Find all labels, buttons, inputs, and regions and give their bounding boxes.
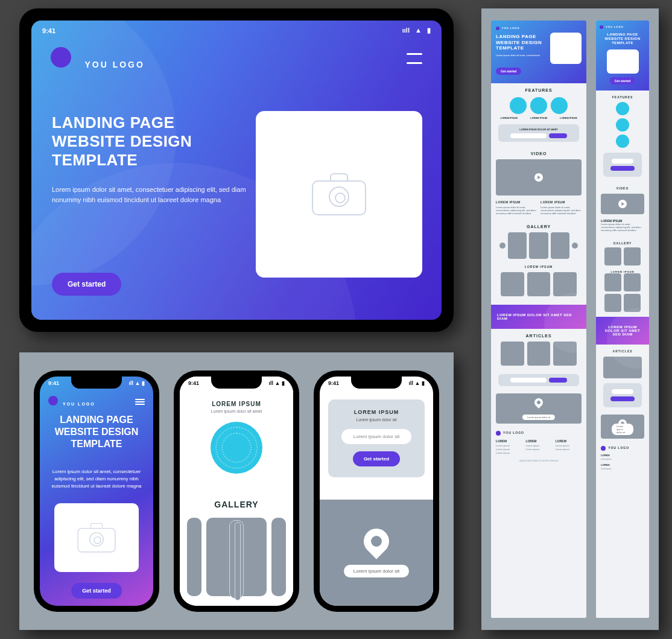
- text-input[interactable]: [510, 378, 547, 383]
- section-title: VIDEO: [496, 151, 582, 156]
- feature-column: [601, 102, 644, 148]
- footer-col: LOREMLorem ipsumLorem ipsumLorem ipsum: [496, 439, 522, 455]
- map-pin-icon: [358, 523, 394, 559]
- submit-button[interactable]: [610, 166, 635, 171]
- thumb-row: [601, 273, 644, 291]
- gallery-thumb[interactable]: [508, 232, 527, 259]
- submit-button[interactable]: [610, 396, 635, 401]
- submit-button[interactable]: [549, 378, 567, 383]
- gallery-thumb[interactable]: [529, 232, 548, 259]
- hero-copy: LANDING PAGE WEBSITE DESIGN TEMPLATE Lor…: [52, 113, 251, 206]
- address-chip: Lorem ipsum dolor sit: [612, 424, 633, 435]
- phone-frame-2: 9:41 ıll ▲ ▮ LOREM IPSUM Lorem ipsum dol…: [174, 370, 299, 612]
- signal-icon: ııll: [402, 27, 410, 34]
- logo[interactable]: YOU LOGO: [496, 27, 582, 30]
- gallery-section: GALLERY LOREM IPSUM: [491, 220, 586, 305]
- gallery-row: [601, 247, 644, 265]
- address-chip: Lorem ipsum dolor sit: [522, 415, 555, 420]
- heading: LOREM IPSUM: [540, 200, 582, 204]
- gallery-thumb[interactable]: [206, 518, 267, 596]
- feature-row: [496, 97, 582, 114]
- header: YOU LOGO: [48, 396, 145, 408]
- heading: LOREM: [556, 439, 582, 443]
- card-title: LOREM IPSUM: [337, 409, 416, 415]
- submit-button[interactable]: [549, 133, 567, 138]
- thumb[interactable]: [501, 272, 524, 296]
- gallery-thumb[interactable]: [551, 232, 569, 259]
- footer-columns: LOREMLorem ipsumLorem ipsumLorem ipsum L…: [496, 439, 582, 455]
- logo-icon: [48, 396, 58, 405]
- hero-body: Lorem ipsum dolor sit amet, consectetuer: [496, 54, 543, 57]
- logo[interactable]: YOU LOGO: [48, 396, 95, 408]
- thumb[interactable]: [604, 273, 621, 291]
- status-time: 9:41: [188, 380, 199, 386]
- video-section: VIDEO: [491, 147, 586, 196]
- link[interactable]: Lorem ipsum: [496, 448, 522, 451]
- article-card[interactable]: [501, 342, 524, 366]
- thumb[interactable]: [604, 294, 621, 312]
- get-started-button[interactable]: Get started: [496, 68, 521, 75]
- status-icons: ııll ▲ ▮: [399, 27, 431, 34]
- next-button[interactable]: [572, 243, 578, 249]
- menu-icon[interactable]: [407, 53, 422, 64]
- cta-band[interactable]: LOREM IPSUM DOLOR SIT AMET SED DIAM: [491, 305, 586, 329]
- text-input[interactable]: [510, 133, 547, 138]
- map-section[interactable]: Lorem ipsum dolor sit: [320, 500, 433, 606]
- thumb[interactable]: [527, 272, 551, 296]
- video-player[interactable]: [601, 194, 644, 214]
- link[interactable]: Lorem ipsum: [556, 444, 582, 447]
- text-input[interactable]: Lorem ipsum dolor sit: [341, 429, 411, 444]
- features-section: FEATURES LOREM IPSUMLOREM IPSUMLOREM IPS…: [491, 83, 586, 147]
- map-section[interactable]: Lorem ipsum dolor sit: [496, 393, 582, 424]
- article-card[interactable]: [527, 342, 551, 366]
- video-player[interactable]: [496, 159, 582, 196]
- image-placeholder: [54, 503, 139, 572]
- menu-icon[interactable]: [135, 398, 145, 406]
- prev-button[interactable]: [499, 243, 506, 249]
- hero-title: LANDING PAGE WEBSITE DESIGN TEMPLATE: [49, 414, 144, 450]
- logo[interactable]: YOU LOGO: [496, 431, 582, 436]
- gallery-thumb[interactable]: [271, 518, 286, 596]
- logo-text: YOU LOGO: [84, 60, 144, 69]
- link[interactable]: Lorem ipsum: [601, 458, 611, 460]
- cta-band[interactable]: LOREM IPSUM DOLOR SIT AMET SED DIAM: [596, 317, 649, 345]
- get-started-button[interactable]: Get started: [52, 273, 121, 296]
- link[interactable]: Lorem ipsum: [496, 451, 522, 454]
- logo[interactable]: YOU LOGO: [51, 47, 145, 70]
- label: LOREM IPSUM: [556, 116, 582, 119]
- logo[interactable]: YOU LOGO: [600, 25, 645, 29]
- thumb[interactable]: [624, 247, 641, 265]
- gallery-section: GALLERY LOREM IPSUM: [596, 237, 649, 317]
- get-started-button[interactable]: Get started: [610, 77, 635, 84]
- text-input[interactable]: [612, 159, 633, 164]
- signup-bar: [498, 374, 579, 386]
- phone-frame-1: 9:41 ıll ▲ ▮ YOU LOGO LANDING PAGE WEBSI…: [34, 370, 159, 612]
- copyright: LANDING PAGE WEBSITE DESIGN TEMPLATE: [496, 460, 582, 462]
- logo[interactable]: YOU LOGO: [601, 446, 644, 451]
- card-subtitle: Lorem ipsum dolor sit: [337, 418, 416, 422]
- gallery-carousel: [180, 509, 293, 596]
- signup-card: LOREM IPSUM Lorem ipsum dolor sit Lorem …: [328, 399, 425, 477]
- phone-screen-features: 9:41 ıll ▲ ▮ LOREM IPSUM Lorem ipsum dol…: [180, 377, 293, 606]
- hero-section: YOU LOGO LANDING PAGE WEBSITE DESIGN TEM…: [491, 21, 586, 83]
- status-bar: 9:41 ıll ▲ ▮: [48, 380, 145, 386]
- link[interactable]: Lorem ipsum: [601, 468, 611, 470]
- text-input[interactable]: [612, 389, 633, 394]
- feature-circle-icon: [530, 97, 547, 114]
- section-subtitle: Lorem ipsum dolor sit amet: [180, 409, 293, 413]
- gallery-carousel: [496, 232, 582, 259]
- thumb[interactable]: [624, 273, 641, 291]
- camera-icon: [312, 173, 366, 215]
- get-started-button[interactable]: Get started: [71, 583, 122, 599]
- features-section: FEATURES: [596, 91, 649, 182]
- link[interactable]: Lorem ipsum: [496, 444, 522, 447]
- strip-desktop: YOU LOGO LANDING PAGE WEBSITE DESIGN TEM…: [491, 21, 586, 618]
- link[interactable]: Lorem ipsum: [525, 444, 551, 447]
- get-started-button[interactable]: Get started: [353, 451, 400, 466]
- map-section[interactable]: Lorem ipsum dolor sit: [601, 415, 644, 439]
- phone-frame-3: 9:41 ıll ▲ ▮ LOREM IPSUM Lorem ipsum dol…: [314, 370, 439, 612]
- link[interactable]: Lorem ipsum: [556, 448, 582, 451]
- gallery-thumb[interactable]: [187, 518, 201, 596]
- thumb[interactable]: [604, 247, 621, 265]
- link[interactable]: Lorem ipsum: [525, 448, 551, 451]
